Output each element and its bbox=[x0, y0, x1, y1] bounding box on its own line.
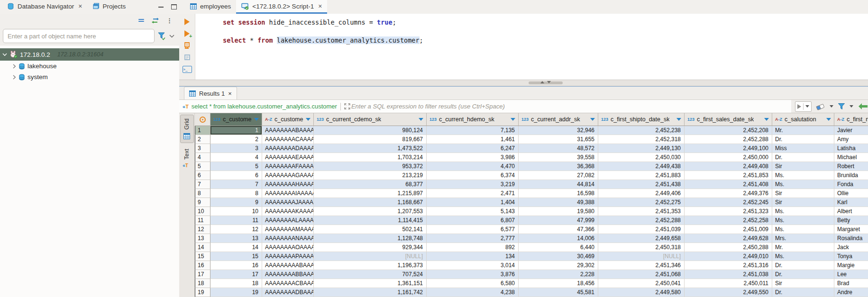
column-filter-dropdown-icon[interactable] bbox=[590, 118, 595, 121]
grid-cell[interactable]: [NULL] bbox=[598, 252, 685, 261]
grid-cell[interactable]: 929,344 bbox=[314, 243, 427, 252]
grid-cell[interactable]: Mrs. bbox=[772, 234, 834, 243]
chevron-down-icon[interactable] bbox=[830, 105, 833, 108]
grid-cell[interactable]: AAAAAAAAHAAAAAAA bbox=[262, 180, 314, 189]
grid-cell[interactable]: 2,451,068 bbox=[598, 270, 685, 279]
grid-cell[interactable]: 2,452,208 bbox=[685, 126, 772, 135]
column-header-c_current_cdemo_sk[interactable]: 123c_current_cdemo_sk bbox=[314, 113, 427, 126]
tab-results-1[interactable]: Results 1 × bbox=[184, 87, 237, 99]
grid-cell[interactable]: 2,449,010 bbox=[685, 252, 772, 261]
clear-filter-icon[interactable] bbox=[816, 103, 825, 110]
column-header-c_first_sales_date_sk[interactable]: 123c_first_sales_date_sk bbox=[685, 113, 772, 126]
collapse-all-icon[interactable] bbox=[138, 19, 144, 22]
tree-item-lakehouse[interactable]: lakehouse bbox=[0, 61, 179, 72]
explain-plan-button[interactable] bbox=[183, 54, 192, 61]
tab-text-view[interactable]: Text «T bbox=[180, 145, 194, 172]
grid-cell[interactable]: Rosalinda bbox=[834, 234, 868, 243]
grid-cell[interactable]: [NULL] bbox=[314, 252, 427, 261]
grid-cell[interactable]: 2,452,258 bbox=[685, 216, 772, 225]
grid-cell[interactable]: 5 bbox=[210, 162, 262, 171]
row-number[interactable]: 9 bbox=[195, 198, 210, 207]
grid-cell[interactable]: 14 bbox=[210, 243, 262, 252]
grid-cell[interactable]: 32,946 bbox=[519, 126, 598, 135]
column-header-c_current_hdemo_sk[interactable]: 123c_current_hdemo_sk bbox=[427, 113, 519, 126]
grid-cell[interactable]: Ms. bbox=[772, 225, 834, 234]
expand-filter-icon[interactable] bbox=[344, 103, 350, 109]
grid-cell[interactable]: AAAAAAAABBAAAAAA bbox=[262, 270, 314, 279]
grid-cell[interactable]: Dr. bbox=[772, 135, 834, 144]
grid-cell[interactable]: 16 bbox=[210, 261, 262, 270]
grid-cell[interactable]: Brunilda bbox=[834, 171, 868, 180]
grid-cell[interactable]: 6,577 bbox=[427, 225, 519, 234]
row-number[interactable]: 4 bbox=[195, 153, 210, 162]
grid-cell[interactable]: 6,374 bbox=[427, 171, 519, 180]
grid-cell[interactable]: AAAAAAAADAAAAAAA bbox=[262, 144, 314, 153]
grid-cell[interactable]: 3,986 bbox=[427, 153, 519, 162]
row-number[interactable]: 15 bbox=[195, 252, 210, 261]
grid-cell[interactable]: 1,207,553 bbox=[314, 207, 427, 216]
row-number[interactable]: 17 bbox=[195, 270, 210, 279]
column-header-c_first_shipto_date_sk[interactable]: 123c_first_shipto_date_sk bbox=[598, 113, 685, 126]
grid-cell[interactable]: 36,368 bbox=[519, 162, 598, 171]
column-header-c_first_name[interactable]: A-Zc_first_name bbox=[834, 113, 868, 126]
grid-cell[interactable]: 47,366 bbox=[519, 225, 598, 234]
grid-cell[interactable]: AAAAAAAAMAAAAAAA bbox=[262, 225, 314, 234]
grid-cell[interactable]: 15 bbox=[210, 252, 262, 261]
row-number[interactable]: 6 bbox=[195, 171, 210, 180]
grid-cell[interactable]: Sir bbox=[772, 189, 834, 198]
editor-results-splitter[interactable] bbox=[179, 80, 868, 86]
tab-employees[interactable]: employees bbox=[185, 0, 236, 14]
grid-cell[interactable]: 2,471 bbox=[427, 189, 519, 198]
grid-cell[interactable]: 19 bbox=[210, 288, 262, 297]
grid-cell[interactable]: Dr. bbox=[772, 261, 834, 270]
grid-cell[interactable]: 2,449,130 bbox=[598, 144, 685, 153]
grid-cell[interactable]: Miss bbox=[772, 144, 834, 153]
grid-cell[interactable]: 2,449,550 bbox=[685, 288, 772, 297]
column-filter-dropdown-icon[interactable] bbox=[764, 118, 769, 121]
tree-item-system[interactable]: system bbox=[0, 72, 179, 82]
filter-expression-input[interactable] bbox=[350, 102, 791, 110]
grid-cell[interactable]: 6,247 bbox=[427, 144, 519, 153]
fetch-back-icon[interactable] bbox=[858, 103, 868, 110]
row-number[interactable]: 14 bbox=[195, 243, 210, 252]
grid-cell[interactable]: 44,814 bbox=[519, 180, 598, 189]
row-number[interactable]: 8 bbox=[195, 189, 210, 198]
column-filter-dropdown-icon[interactable] bbox=[511, 118, 515, 121]
grid-cell[interactable]: Lee bbox=[834, 270, 868, 279]
grid-cell[interactable]: 502,141 bbox=[314, 225, 427, 234]
grid-cell[interactable]: 2,777 bbox=[427, 234, 519, 243]
grid-cell[interactable]: 2,452,245 bbox=[685, 198, 772, 207]
close-icon[interactable]: × bbox=[78, 3, 82, 9]
grid-cell[interactable]: Ms. bbox=[772, 207, 834, 216]
grid-cell[interactable]: Robert bbox=[834, 162, 868, 171]
grid-cell[interactable]: 2,449,580 bbox=[598, 288, 685, 297]
grid-cell[interactable]: AAAAAAAACAAAAAAA bbox=[262, 135, 314, 144]
grid-cell[interactable]: 2,451,408 bbox=[685, 180, 772, 189]
grid-cell[interactable]: 5,143 bbox=[427, 207, 519, 216]
row-number[interactable]: 13 bbox=[195, 234, 210, 243]
grid-cell[interactable]: 3,219 bbox=[427, 180, 519, 189]
chevron-right-icon[interactable] bbox=[13, 75, 16, 80]
grid-cell[interactable]: 13 bbox=[210, 234, 262, 243]
apply-filter-dropdown-icon[interactable] bbox=[805, 105, 809, 108]
column-filter-dropdown-icon[interactable] bbox=[419, 118, 423, 121]
grid-cell[interactable]: Jack bbox=[834, 243, 868, 252]
splitter-arrows[interactable] bbox=[540, 81, 551, 83]
grid-cell[interactable]: 1,473,522 bbox=[314, 144, 427, 153]
grid-cell[interactable]: 27,082 bbox=[519, 171, 598, 180]
grid-cell[interactable]: 1,215,897 bbox=[314, 189, 427, 198]
chevron-down-icon[interactable] bbox=[169, 35, 174, 38]
grid-cell[interactable]: 45,581 bbox=[519, 288, 598, 297]
grid-cell[interactable]: Tonya bbox=[834, 252, 868, 261]
maximize-icon[interactable] bbox=[171, 4, 177, 9]
grid-cell[interactable]: 30,469 bbox=[519, 252, 598, 261]
grid-cell[interactable]: 2,451,038 bbox=[685, 270, 772, 279]
minimize-icon[interactable] bbox=[158, 7, 164, 8]
grid-cell[interactable]: 213,219 bbox=[314, 171, 427, 180]
grid-cell[interactable]: Margaret bbox=[834, 225, 868, 234]
grid-cell[interactable]: AAAAAAAAFAAAAAAA bbox=[262, 162, 314, 171]
grid-cell[interactable]: 1,161,742 bbox=[314, 288, 427, 297]
grid-cell[interactable]: 2,451,039 bbox=[598, 225, 685, 234]
execute-new-tab-button[interactable]: + bbox=[183, 30, 192, 37]
grid-cell[interactable]: 17 bbox=[210, 270, 262, 279]
